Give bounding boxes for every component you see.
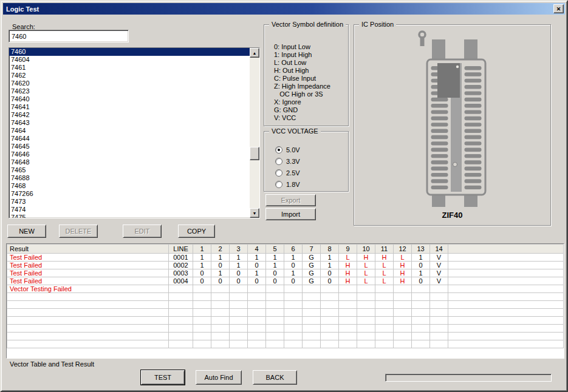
search-input[interactable]: 7460 (9, 30, 129, 42)
vector-cell: 0 (321, 269, 339, 277)
radio-button-icon[interactable] (275, 158, 282, 165)
vector-cell (211, 309, 230, 317)
vcc-option-label: 2.5V (286, 169, 300, 177)
list-item[interactable]: 74604 (9, 56, 250, 64)
list-item[interactable]: 74620 (9, 79, 250, 87)
scroll-down-button[interactable]: ▼ (250, 208, 259, 218)
vector-cell (430, 317, 448, 325)
list-item[interactable]: 7462 (9, 72, 250, 79)
list-scrollbar[interactable]: ▲ ▼ (250, 48, 259, 218)
vector-cell (321, 309, 339, 317)
table-row[interactable] (7, 317, 564, 325)
list-item[interactable]: 74642 (9, 111, 250, 119)
radio-button-icon[interactable] (275, 181, 282, 188)
vector-cell (193, 317, 211, 325)
vector-cell (248, 333, 266, 340)
list-item[interactable]: 7474 (9, 206, 250, 214)
close-button[interactable]: ✕ (553, 4, 564, 13)
vector-cell (230, 285, 248, 293)
vector-cell (357, 340, 375, 348)
scroll-up-button[interactable]: ▲ (250, 48, 259, 58)
list-item[interactable]: 74640 (9, 95, 250, 103)
vector-cell (266, 293, 284, 301)
table-row[interactable]: Test Failed0004000000G0HLLH0V (7, 277, 564, 285)
filler-cell (448, 333, 564, 340)
vector-cell: 1 (266, 262, 284, 269)
vector-cell (321, 340, 339, 348)
list-item[interactable]: 7468 (9, 182, 250, 190)
list-item[interactable]: 7461 (9, 64, 250, 72)
test-button[interactable]: TEST (141, 370, 185, 385)
vector-cell (248, 325, 266, 333)
title-bar[interactable]: Logic Test ✕ (3, 3, 565, 15)
vector-cell (357, 309, 375, 317)
table-row[interactable] (7, 301, 564, 309)
vector-cell (321, 317, 339, 325)
back-button[interactable]: BACK (253, 370, 297, 385)
import-button[interactable]: Import (265, 208, 316, 220)
inserted-ic-chip (437, 63, 460, 98)
device-listbox[interactable]: 7460746047461746274620746237464074641746… (9, 47, 260, 218)
vector-cell: 1 (321, 262, 339, 269)
list-item[interactable]: 74648 (9, 158, 250, 166)
vector-cell (339, 285, 357, 293)
vector-cell (357, 293, 375, 301)
table-row[interactable] (7, 340, 564, 348)
list-item[interactable]: 7473 (9, 198, 250, 206)
vector-cell: 0 (412, 277, 430, 285)
vcc-option[interactable]: 3.3V (275, 155, 300, 167)
table-row[interactable] (7, 325, 564, 333)
vcc-option-label: 1.8V (286, 181, 300, 188)
filler-cell (448, 317, 564, 325)
radio-button-icon[interactable] (275, 169, 282, 177)
vector-cell: H (339, 277, 357, 285)
table-header-row: ResultLINE1234567891011121314 (7, 245, 564, 254)
vector-cell: L (357, 262, 375, 269)
line-cell (169, 333, 193, 340)
vector-cell (303, 293, 321, 301)
vector-cell (339, 293, 357, 301)
table-row[interactable] (7, 309, 564, 317)
list-item[interactable]: 74646 (9, 150, 250, 158)
table-row[interactable]: Test Failed0001111111G1LHHL1V (7, 254, 564, 262)
logic-test-window: Logic Test ✕ Search: 7460 74607460474617… (0, 0, 568, 392)
list-item[interactable]: 7464 (9, 127, 250, 135)
list-item[interactable]: 7465 (9, 166, 250, 174)
vector-cell (284, 340, 303, 348)
radio-button-icon[interactable] (275, 146, 282, 154)
result-cell (7, 325, 169, 333)
new-button[interactable]: NEW (7, 225, 46, 238)
auto-find-button[interactable]: Auto Find (196, 370, 242, 385)
vector-cell (394, 317, 412, 325)
copy-button[interactable]: COPY (178, 225, 215, 238)
list-item[interactable]: 74641 (9, 103, 250, 111)
list-item[interactable]: 74623 (9, 87, 250, 95)
table-row[interactable] (7, 333, 564, 340)
table-row[interactable]: Vector Testing Failed (7, 285, 564, 293)
list-item[interactable]: 7460 (9, 48, 250, 56)
list-item[interactable]: 74645 (9, 143, 250, 150)
scroll-thumb[interactable] (250, 147, 259, 160)
vector-cell (284, 325, 303, 333)
list-item[interactable]: 7475 (9, 214, 250, 218)
vector-cell (430, 325, 448, 333)
table-row[interactable] (7, 293, 564, 301)
vector-symbol-line: Z: High Impedance (274, 83, 330, 90)
vector-cell: V (430, 262, 448, 269)
result-cell: Test Failed (7, 277, 169, 285)
vector-table-wrap[interactable]: ResultLINE1234567891011121314Test Failed… (6, 243, 564, 359)
list-item[interactable]: 74643 (9, 119, 250, 127)
vcc-option[interactable]: 1.8V (275, 178, 300, 190)
table-row[interactable]: Test Failed0003010101G0HLLH1V (7, 269, 564, 277)
vector-cell (193, 333, 211, 340)
vcc-option[interactable]: 5.0V (275, 144, 300, 155)
line-cell (169, 285, 193, 293)
vector-cell (321, 301, 339, 309)
table-row[interactable]: Test Failed0002101010G1HLLH0V (7, 262, 564, 269)
window-title: Logic Test (6, 5, 39, 13)
list-item[interactable]: 74644 (9, 135, 250, 143)
vcc-option[interactable]: 2.5V (275, 167, 300, 178)
vector-cell (357, 285, 375, 293)
list-item[interactable]: 747266 (9, 190, 250, 198)
list-item[interactable]: 74688 (9, 174, 250, 182)
